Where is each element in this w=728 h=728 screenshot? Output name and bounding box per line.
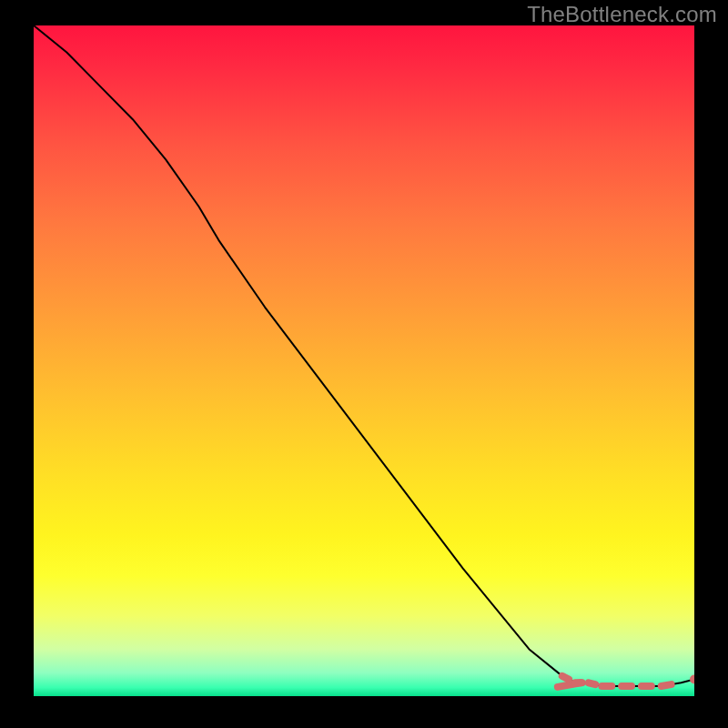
- end-marker: [690, 675, 694, 684]
- svg-line-1: [562, 676, 569, 680]
- svg-line-7: [662, 684, 672, 686]
- plot-area: [34, 25, 694, 696]
- svg-point-8: [690, 675, 694, 684]
- highlight-band: [558, 676, 672, 687]
- watermark-text: TheBottleneck.com: [527, 2, 717, 27]
- bottleneck-curve: [34, 25, 694, 686]
- svg-line-3: [589, 682, 595, 684]
- chart-overlay: [34, 25, 694, 696]
- chart-frame: TheBottleneck.com: [0, 0, 728, 728]
